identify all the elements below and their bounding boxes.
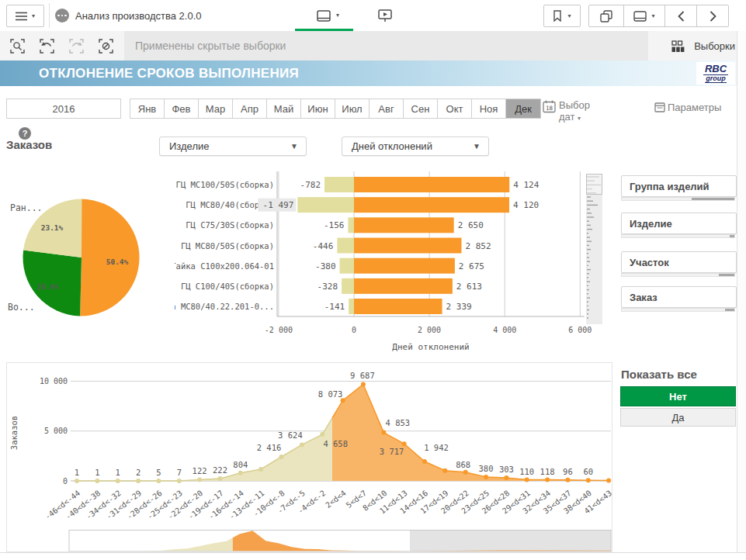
month-button-Июл[interactable]: Июл [335,99,370,118]
month-button-Авг[interactable]: Авг [370,99,404,118]
chevron-right-icon [710,11,717,22]
area-point[interactable] [484,475,488,479]
deviation-bar-chart[interactable]: -2 00002 0004 0006 000ГЦ МС100/50S(сборк… [175,165,594,359]
measure-dropdown[interactable]: Дней отклонений ▼ [342,137,489,156]
area-point[interactable] [177,479,182,483]
bar-positive[interactable] [354,238,461,254]
area-point[interactable] [75,479,79,483]
orders-area-chart[interactable]: 10 0005 0000Заказов1112571222228042 4163… [7,363,612,551]
next-sheet-button[interactable] [696,5,729,27]
bookmarks-button[interactable]: ▾ [543,5,581,27]
bar-negative[interactable] [340,258,354,274]
area-point[interactable] [238,471,243,475]
orders-distribution-panel: 10 0005 0000Заказов1112571222228042 4163… [6,362,612,552]
date-select-button[interactable]: 18 Выбор дат ▾ [543,99,599,123]
area-point[interactable] [381,430,386,435]
filter-scrollbar[interactable] [621,273,735,277]
area-point[interactable] [156,479,161,483]
page-scrollbar[interactable] [737,31,746,552]
area-point[interactable] [218,476,223,481]
dimension-dropdown-value: Изделие [160,140,290,152]
month-button-Янв[interactable]: Янв [130,99,165,118]
month-button-Сен[interactable]: Сен [404,99,438,118]
logo-rbc-text: RBC [703,64,728,75]
area-y-tick-label: 5 000 [44,427,68,435]
bar-negative[interactable] [348,217,354,233]
area-point[interactable] [586,478,591,482]
area-point[interactable] [95,479,99,483]
bar-negative[interactable] [324,177,354,192]
redo-selection-button[interactable] [64,34,88,57]
bar-negative[interactable] [297,197,354,213]
month-button-Дек[interactable]: Дек [506,99,540,118]
bar-positive[interactable] [354,177,509,192]
duplicate-sheet-button[interactable] [588,5,624,27]
sheet-list-button[interactable]: ▾ [623,5,665,27]
presentation-button[interactable] [375,7,395,24]
minimap-thumb[interactable] [587,175,602,195]
smart-search-button[interactable] [5,34,29,57]
area-point[interactable] [197,477,202,482]
filter-pane-2[interactable]: Изделие [621,213,737,234]
dimension-dropdown[interactable]: Изделие ▼ [159,137,307,156]
bar-positive[interactable] [354,217,454,233]
area-point[interactable] [300,442,304,447]
area-point[interactable] [361,382,366,387]
month-button-Апр[interactable]: Апр [233,99,267,118]
month-button-Фев[interactable]: Фев [165,99,199,118]
orders-section-label: Заказов [6,138,52,151]
area-point[interactable] [504,475,508,480]
bar-positive[interactable] [354,278,453,294]
pie-chart[interactable]: 50.4%26.6%Во...23.1%Ран... [0,163,171,337]
year-filter[interactable]: 2016 [6,99,121,119]
undo-selection-button[interactable] [34,34,59,57]
selections-tool-button[interactable]: Выборки [671,31,735,60]
area-point[interactable] [258,467,263,472]
area-point[interactable] [116,479,120,483]
month-button-Ноя[interactable]: Ноя [472,99,506,118]
area-point[interactable] [565,478,570,482]
month-button-Июн[interactable]: Июн [301,99,335,118]
previous-sheet-button[interactable] [664,5,697,27]
show-all-option-yes[interactable]: Да [620,408,736,427]
bar-negative[interactable] [337,238,354,254]
area-point[interactable] [525,478,529,482]
bar-positive[interactable] [354,299,442,314]
area-point-label: 222 [213,465,227,475]
area-point[interactable] [279,455,284,459]
filter-pane-1[interactable]: Группа изделий [621,175,737,197]
top-navbar: ▾ Анализ производства 2.0.0 ▾ ▾ [0,0,746,32]
filter-pane-4[interactable]: Заказ [621,286,737,308]
area-point[interactable] [320,432,324,437]
filter-scrollbar[interactable] [621,197,735,201]
area-point[interactable] [606,479,611,483]
show-all-option-no[interactable]: Нет [620,386,736,406]
area-point[interactable] [402,441,407,446]
month-button-Май[interactable]: Май [267,99,301,118]
parameters-button[interactable]: Параметры [654,102,721,113]
area-point[interactable] [422,459,427,464]
search-icon [10,39,25,54]
bar-positive[interactable] [354,258,455,274]
filter-pane-3[interactable]: Участок [621,251,737,273]
global-menu-button[interactable]: ▾ [6,5,44,27]
bar-negative-value: -446 [313,241,334,251]
bar-negative[interactable] [342,278,354,294]
clear-selections-button[interactable] [93,34,118,57]
area-point-label: 118 [540,467,555,476]
bar-chart-scrollbar[interactable] [586,174,602,324]
month-button-Мар[interactable]: Мар [199,99,233,118]
filter-scrollbar[interactable] [621,234,735,238]
area-point[interactable] [463,470,468,475]
area-point[interactable] [545,478,550,482]
area-point-label: 1 [95,468,99,477]
area-point[interactable] [136,479,141,483]
duplicate-icon [600,10,612,22]
area-point[interactable] [442,468,447,473]
month-button-Окт[interactable]: Окт [438,99,472,118]
range-slider-unselected[interactable] [410,531,611,552]
sheet-selector[interactable]: ▾ [317,6,352,25]
bar-negative[interactable] [349,299,354,314]
filter-scrollbar[interactable] [621,308,735,312]
bar-positive[interactable] [354,197,509,213]
